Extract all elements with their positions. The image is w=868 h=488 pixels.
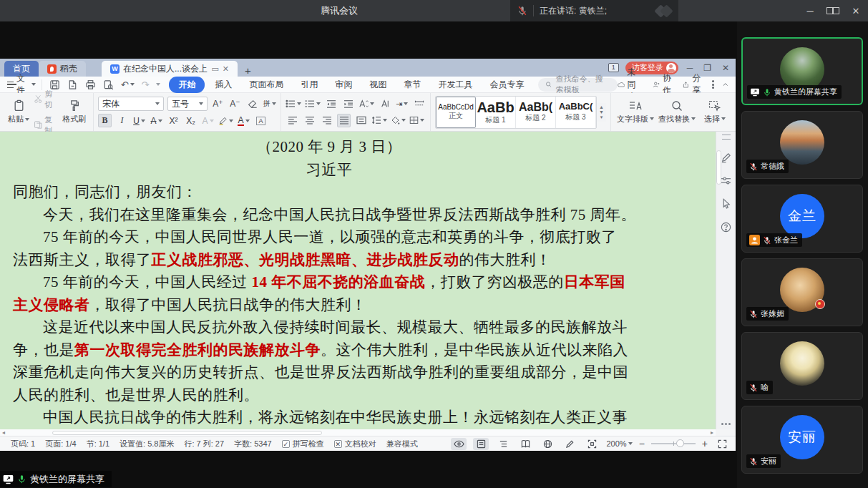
settings-sliders-icon[interactable] bbox=[721, 176, 731, 185]
zoom-slider[interactable] bbox=[651, 443, 696, 444]
ribbon-tab-开始[interactable]: 开始 bbox=[169, 77, 205, 93]
zoom-slider-knob[interactable] bbox=[676, 439, 684, 447]
read-mode-button[interactable] bbox=[517, 438, 533, 450]
cursor-icon[interactable] bbox=[721, 198, 731, 209]
find-replace-button[interactable]: 查找替换 bbox=[655, 96, 698, 129]
font-color-button[interactable]: A bbox=[237, 114, 250, 127]
participant-tile[interactable]: 常德娥 bbox=[741, 111, 863, 179]
text-effects-button[interactable]: A bbox=[201, 114, 215, 127]
increase-font-button[interactable]: A⁺ bbox=[211, 97, 225, 111]
decrease-font-button[interactable]: A⁻ bbox=[228, 97, 242, 111]
close-button[interactable]: ✕ bbox=[849, 6, 862, 16]
fit-page-button[interactable] bbox=[584, 438, 600, 450]
ribbon-tab-章节[interactable]: 章节 bbox=[396, 77, 428, 92]
bold-button[interactable]: B bbox=[98, 114, 112, 127]
text-layout-button[interactable]: 文字排版 bbox=[615, 96, 655, 129]
more-menu-icon[interactable] bbox=[712, 79, 714, 90]
restore-button[interactable] bbox=[826, 6, 839, 16]
highlight-button[interactable] bbox=[218, 114, 233, 127]
line-spacing-button[interactable] bbox=[371, 114, 387, 127]
style-标题 3[interactable]: AaBbC(标题 3 bbox=[556, 97, 596, 128]
doc-tab-status-icon[interactable]: ▭ bbox=[211, 64, 218, 74]
participant-tile[interactable]: 黄铁兰的屏幕共享 bbox=[741, 37, 863, 105]
decrease-indent-button[interactable] bbox=[324, 97, 338, 111]
distribute-button[interactable] bbox=[354, 114, 368, 127]
screen-share-banner[interactable]: 黄铁兰的屏幕共享 bbox=[0, 471, 112, 487]
strikethrough-button[interactable]: A bbox=[150, 114, 163, 127]
participant-tile[interactable]: 张姝媚 bbox=[741, 258, 863, 326]
undo-button[interactable]: ↶ bbox=[121, 79, 135, 90]
ribbon-tab-插入[interactable]: 插入 bbox=[208, 77, 239, 92]
document-canvas[interactable]: （2020 年 9 月 3 日）习近平同胞们，同志们，朋友们：今天，我们在这里隆… bbox=[0, 132, 716, 429]
wrap-button[interactable]: ⇥ bbox=[395, 97, 409, 111]
proofing-toggle[interactable]: ✕文档校对 bbox=[329, 439, 381, 449]
cut-button[interactable]: 剪切 bbox=[34, 89, 60, 110]
zoom-level-button[interactable]: 200% bbox=[606, 439, 632, 448]
format-painter-button[interactable]: 格式刷 bbox=[59, 96, 89, 129]
web-view-button[interactable] bbox=[540, 438, 555, 450]
clear-format-button[interactable] bbox=[245, 97, 259, 111]
justify-button[interactable] bbox=[337, 114, 351, 127]
scrollbar-grip-icon[interactable] bbox=[722, 135, 731, 140]
status-page[interactable]: 页面: 1/4 bbox=[40, 439, 81, 449]
style-正文[interactable]: AaBbCcDd正文 bbox=[436, 97, 476, 128]
status-page-number[interactable]: 页码: 1 bbox=[6, 439, 40, 449]
participant-tile[interactable]: 金兰张金兰 bbox=[741, 185, 863, 253]
numbered-list-button[interactable] bbox=[305, 97, 321, 111]
scroll-right-icon[interactable]: ▸ bbox=[711, 429, 713, 436]
font-name-select[interactable]: 宋体 bbox=[98, 97, 164, 111]
outline-view-button[interactable] bbox=[495, 438, 511, 450]
doc-tab-close-icon[interactable]: ✕ bbox=[223, 64, 229, 74]
select-button[interactable]: 选择 bbox=[698, 96, 731, 129]
page-view-button[interactable] bbox=[473, 438, 489, 450]
align-left-button[interactable] bbox=[286, 114, 299, 127]
vertical-scrollbar[interactable] bbox=[716, 150, 721, 185]
new-tab-button[interactable]: + bbox=[238, 64, 258, 77]
ribbon-tab-页面布局[interactable]: 页面布局 bbox=[242, 77, 291, 92]
export-icon[interactable] bbox=[67, 79, 78, 90]
minimize-button[interactable]: ─ bbox=[804, 6, 816, 16]
style-标题 2[interactable]: AaBb(标题 2 bbox=[516, 97, 556, 128]
speaking-indicator-panel[interactable]: 正在讲话: 黄铁兰; bbox=[510, 0, 678, 21]
print-preview-icon[interactable] bbox=[103, 79, 114, 90]
status-setting[interactable]: 设置值: 5.8厘米 bbox=[114, 439, 179, 449]
styles-scroll[interactable]: ▲▼▾ bbox=[597, 103, 606, 122]
ink-mode-button[interactable] bbox=[562, 438, 577, 450]
tab-docer[interactable]: 稻壳 bbox=[39, 61, 86, 77]
horizontal-scrollbar-track[interactable]: ◂ ▸ bbox=[0, 429, 716, 436]
borders-button[interactable] bbox=[409, 114, 424, 127]
subscript-button[interactable]: X₂ bbox=[184, 114, 198, 127]
bullet-list-button[interactable] bbox=[286, 97, 301, 111]
ribbon-tab-会员专享[interactable]: 会员专享 bbox=[482, 77, 531, 92]
underline-button[interactable]: U bbox=[132, 114, 146, 127]
ribbon-tab-开发工具[interactable]: 开发工具 bbox=[431, 77, 479, 92]
character-border-button[interactable]: A bbox=[254, 114, 268, 127]
eye-protection-button[interactable] bbox=[451, 438, 467, 450]
zoom-in-button[interactable]: + bbox=[702, 438, 708, 449]
ribbon-tab-引用[interactable]: 引用 bbox=[293, 77, 325, 92]
collapse-ribbon-icon[interactable] bbox=[723, 82, 728, 87]
text-direction-button[interactable] bbox=[378, 97, 391, 111]
scale-text-button[interactable] bbox=[359, 97, 374, 111]
fullscreen-button[interactable] bbox=[714, 438, 730, 450]
ribbon-tab-视图[interactable]: 视图 bbox=[362, 77, 394, 92]
increase-indent-button[interactable] bbox=[341, 97, 355, 111]
print-icon[interactable] bbox=[85, 79, 96, 90]
ribbon-tab-审阅[interactable]: 审阅 bbox=[328, 77, 359, 92]
shading-button[interactable] bbox=[391, 114, 406, 127]
participant-tile[interactable]: 安丽安丽 bbox=[741, 406, 863, 474]
horizontal-scrollbar-thumb[interactable] bbox=[52, 431, 322, 435]
italic-button[interactable]: I bbox=[115, 114, 129, 127]
phonetic-guide-button[interactable]: 拼 bbox=[263, 97, 276, 111]
more-quick-access-icon[interactable] bbox=[156, 83, 160, 86]
edit-pen-icon[interactable] bbox=[721, 152, 731, 163]
scroll-left-icon[interactable]: ◂ bbox=[2, 429, 5, 436]
help-icon[interactable] bbox=[721, 222, 731, 233]
status-word-count[interactable]: 字数: 5347 bbox=[229, 439, 277, 449]
participant-tile[interactable]: 喻 bbox=[741, 332, 863, 400]
zoom-out-button[interactable]: − bbox=[639, 438, 645, 449]
command-search-box[interactable]: 查找命令、搜索模板 bbox=[538, 78, 617, 92]
paste-button[interactable]: 粘贴 bbox=[4, 96, 34, 129]
more-tools-icon[interactable] bbox=[721, 423, 731, 425]
style-标题 1[interactable]: AaBb标题 1 bbox=[476, 97, 516, 128]
